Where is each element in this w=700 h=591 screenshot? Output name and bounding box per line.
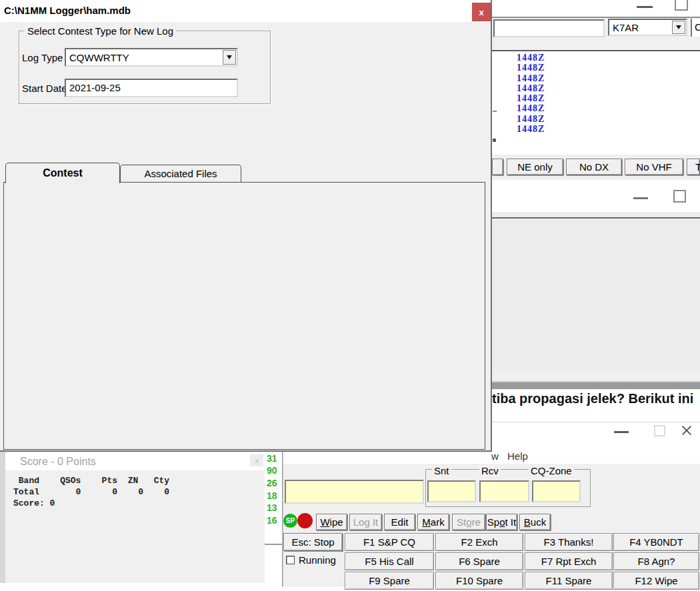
store-button[interactable]: Store <box>452 514 485 530</box>
close-icon[interactable]: x <box>250 454 263 466</box>
edit-button[interactable]: Edit <box>384 514 415 530</box>
wipe-button[interactable]: Wipe <box>316 514 347 530</box>
contest-dialog: C:\N1MM Logger\ham.mdb x Select Contest … <box>0 0 492 452</box>
score-table-row: Total 0 0 0 0 <box>13 487 169 497</box>
partial-filter-button-right[interactable]: T <box>687 159 700 175</box>
running-label: Running <box>299 554 336 566</box>
band-item[interactable]: 18 <box>267 490 277 501</box>
station-select[interactable]: K7AR <box>608 19 687 36</box>
chevron-down-icon[interactable] <box>672 21 685 34</box>
fkey-f2[interactable]: F2 Exch <box>435 533 523 551</box>
spot-time[interactable]: 1448Z <box>517 73 545 84</box>
score-total-line: Score: 0 <box>13 498 55 508</box>
snt-input[interactable] <box>427 480 476 502</box>
maximize-icon[interactable] <box>673 190 686 203</box>
start-date-input[interactable]: 2021-09-25 <box>65 79 238 97</box>
maximize-icon[interactable] <box>675 0 688 11</box>
desktop: K7AR C 1448Z 1448Z 1448Z 1448Z 1448Z 144… <box>0 0 700 591</box>
fkey-f9[interactable]: F9 Spare <box>345 572 434 590</box>
background-window-titlebar <box>492 180 700 212</box>
divider <box>492 17 700 18</box>
fkey-f12[interactable]: F12 Wipe <box>613 572 699 590</box>
close-icon[interactable] <box>679 423 695 438</box>
filter-button-no-dx[interactable]: No DX <box>566 159 622 175</box>
band-item[interactable]: 26 <box>267 478 277 488</box>
esc-stop-button[interactable]: Esc: Stop <box>283 533 343 551</box>
log-it-button[interactable]: Log It <box>349 514 382 530</box>
score-window: Score - 0 Points x Band QSOs Pts ZN Cty … <box>5 452 265 583</box>
dialog-title: C:\N1MM Logger\ham.mdb <box>4 5 131 16</box>
bottom-strip <box>0 583 265 591</box>
partial-button-fragment[interactable]: C <box>691 19 700 37</box>
scrollbar[interactable] <box>492 381 700 389</box>
tab-panel <box>3 182 485 450</box>
score-table-header: Band QSOs Pts ZN Cty <box>13 476 169 486</box>
partial-ui-fragment <box>493 111 497 112</box>
left-edge-strip <box>0 452 5 591</box>
callsign-input[interactable] <box>285 480 424 504</box>
band-item[interactable]: 90 <box>267 465 277 476</box>
band-item[interactable]: 16 <box>267 515 277 526</box>
spot-time[interactable]: 1448Z <box>517 103 545 114</box>
fkey-f6[interactable]: F6 Spare <box>435 552 523 570</box>
close-button[interactable]: x <box>472 3 491 21</box>
band-item[interactable]: 13 <box>267 502 277 513</box>
filter-button-no-vhf[interactable]: No VHF <box>625 159 683 175</box>
spot-time[interactable]: 1448Z <box>517 53 545 63</box>
maximize-icon[interactable] <box>654 425 665 436</box>
spot-time[interactable]: 1448Z <box>517 114 545 125</box>
minimize-icon[interactable] <box>637 6 653 8</box>
fkey-f3[interactable]: F3 Thanks! <box>525 533 613 551</box>
rcv-input[interactable] <box>479 480 529 502</box>
spot-entry-input[interactable] <box>493 19 605 37</box>
select-contest-group-title: Select Contest Type for New Log <box>25 25 176 37</box>
fkey-f11[interactable]: F11 Spare <box>525 572 613 590</box>
fkey-f1[interactable]: F1 S&P CQ <box>345 533 434 551</box>
fkey-f4[interactable]: F4 YB0NDT <box>613 533 699 551</box>
band-strip-window: 31 90 26 18 13 16 <box>265 452 283 586</box>
spots-titlebar <box>492 0 700 17</box>
filter-button-ne-only[interactable]: NE only <box>507 159 563 175</box>
cq-zone-label: CQ-Zone <box>529 465 574 476</box>
start-date-label: Start Date <box>22 83 67 94</box>
spot-it-button[interactable]: Spot It <box>486 514 517 530</box>
divider <box>492 217 700 219</box>
tab-associated-files[interactable]: Associated Files <box>120 165 241 182</box>
spot-time[interactable]: 1448Z <box>517 83 545 94</box>
minimize-icon[interactable] <box>633 197 648 199</box>
chevron-down-icon[interactable] <box>223 50 236 65</box>
band-item[interactable]: 31 <box>267 453 277 464</box>
spots-window: K7AR C 1448Z 1448Z 1448Z 1448Z 1448Z 144… <box>492 0 700 180</box>
snt-label: Snt <box>432 465 451 476</box>
busy-indicator-icon[interactable] <box>297 513 313 528</box>
fkey-f7[interactable]: F7 Rpt Exch <box>525 552 613 570</box>
spot-time[interactable]: 1448Z <box>517 63 545 73</box>
log-type-select[interactable]: CQWWRTTY <box>65 48 238 67</box>
score-title: Score - 0 Points <box>20 456 96 468</box>
background-window <box>492 180 700 373</box>
buck-button[interactable]: Buck <box>519 514 551 530</box>
partial-ui-fragment <box>493 139 496 142</box>
tab-contest[interactable]: Contest <box>5 163 120 183</box>
partial-filter-button-left[interactable] <box>492 159 503 175</box>
fkey-f5[interactable]: F5 His Call <box>345 552 434 570</box>
mark-button[interactable]: Mark <box>417 514 449 530</box>
divider <box>265 544 283 545</box>
log-type-value: CQWWRTTY <box>66 52 129 63</box>
running-checkbox[interactable] <box>286 556 295 564</box>
minimize-icon[interactable] <box>614 431 629 433</box>
menu-item-help[interactable]: Help <box>507 450 528 462</box>
menu-item-partial[interactable]: w <box>491 450 499 462</box>
station-select-value: K7AR <box>609 22 639 33</box>
rcv-label: Rcv <box>479 465 501 476</box>
sp-indicator[interactable]: SP <box>283 514 297 528</box>
spot-time[interactable]: 1448Z <box>517 124 545 135</box>
spot-time[interactable]: 1448Z <box>517 93 545 104</box>
cq-zone-input[interactable] <box>532 480 581 502</box>
fkey-f10[interactable]: F10 Spare <box>435 572 523 590</box>
browser-text: tiba propagasi jelek? Berikut ini <box>492 391 693 406</box>
fkey-f8[interactable]: F8 Agn? <box>613 552 699 570</box>
log-type-label: Log Type <box>22 52 63 63</box>
